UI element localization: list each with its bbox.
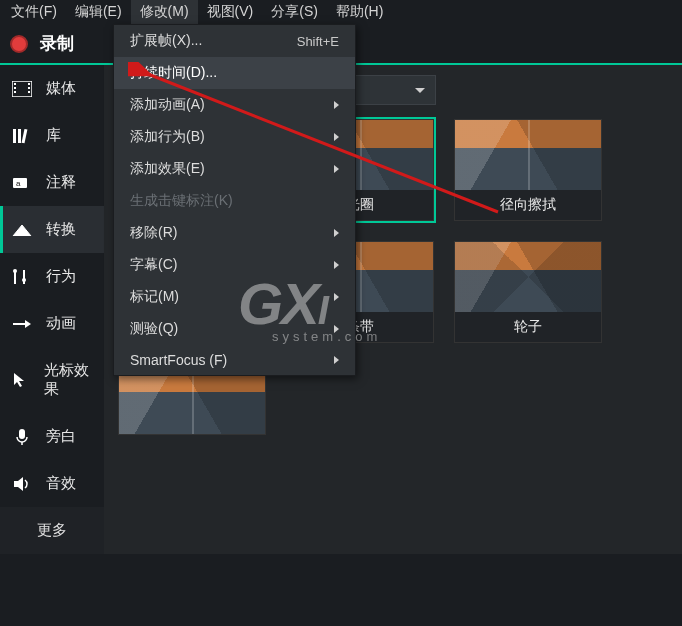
transition-caption: 径向擦拭 [455, 190, 601, 220]
transition-thumbnail [455, 120, 601, 190]
sidebar-item-narration[interactable]: 旁白 [0, 413, 104, 460]
menu-4[interactable]: 分享(S) [262, 0, 327, 24]
svg-rect-3 [14, 91, 16, 93]
sidebar-item-anim[interactable]: 动画 [0, 300, 104, 347]
menu-item-label: 添加效果(E) [130, 160, 205, 178]
media-icon [12, 80, 32, 98]
chevron-down-icon [415, 88, 425, 93]
menu-item-label: 添加行为(B) [130, 128, 205, 146]
record-label: 录制 [40, 32, 74, 55]
trans-icon [12, 221, 32, 239]
menu-item-8[interactable]: 标记(M) [114, 281, 355, 313]
sidebar-item-label: 转换 [46, 220, 76, 239]
svg-rect-9 [22, 128, 28, 142]
sidebar-item-trans[interactable]: 转换 [0, 206, 104, 253]
sidebar-item-behavior[interactable]: 行为 [0, 253, 104, 300]
menu-item-label: 测验(Q) [130, 320, 178, 338]
sidebar-item-label: 光标效果 [44, 361, 92, 399]
menu-item-10[interactable]: SmartFocus (F) [114, 345, 355, 375]
sidebar-item-label: 动画 [46, 314, 76, 333]
sidebar-item-library[interactable]: 库 [0, 112, 104, 159]
menu-item-7[interactable]: 字幕(C) [114, 249, 355, 281]
sidebar-item-label: 旁白 [46, 427, 76, 446]
modify-menu-dropdown: 扩展帧(X)...Shift+E持续时间(D)...添加动画(A)添加行为(B)… [113, 24, 356, 376]
menu-item-1[interactable]: 持续时间(D)... [114, 57, 355, 89]
mic-icon [12, 428, 32, 446]
library-icon [12, 127, 32, 145]
menu-1[interactable]: 编辑(E) [66, 0, 131, 24]
sidebar-item-label: 库 [46, 126, 61, 145]
menu-item-6[interactable]: 移除(R) [114, 217, 355, 249]
behavior-icon [12, 268, 32, 286]
menu-item-label: 移除(R) [130, 224, 177, 242]
menu-0[interactable]: 文件(F) [2, 0, 66, 24]
svg-point-15 [22, 278, 26, 282]
menu-item-3[interactable]: 添加行为(B) [114, 121, 355, 153]
transition-caption: 轮子 [455, 312, 601, 342]
svg-rect-2 [14, 87, 16, 89]
sidebar-item-annot[interactable]: a注释 [0, 159, 104, 206]
menu-item-shortcut: Shift+E [297, 34, 339, 49]
record-button[interactable] [10, 35, 28, 53]
menu-2[interactable]: 修改(M) [131, 0, 198, 24]
menubar: 文件(F)编辑(E)修改(M)视图(V)分享(S)帮助(H) [0, 0, 682, 24]
svg-text:a: a [16, 179, 21, 188]
menu-item-label: 持续时间(D)... [130, 64, 217, 82]
svg-rect-4 [28, 83, 30, 85]
menu-item-label: 字幕(C) [130, 256, 177, 274]
svg-rect-1 [14, 83, 16, 85]
transition-tile[interactable]: 轮子 [454, 241, 602, 343]
sidebar-item-label: 注释 [46, 173, 76, 192]
menu-item-5: 生成击键标注(K) [114, 185, 355, 217]
svg-rect-8 [18, 129, 21, 143]
menu-item-label: 扩展帧(X)... [130, 32, 202, 50]
svg-rect-5 [28, 87, 30, 89]
menu-item-4[interactable]: 添加效果(E) [114, 153, 355, 185]
menu-item-9[interactable]: 测验(Q) [114, 313, 355, 345]
sidebar-item-label: 音效 [46, 474, 76, 493]
menu-item-2[interactable]: 添加动画(A) [114, 89, 355, 121]
menu-item-label: 标记(M) [130, 288, 179, 306]
sidebar: 媒体库a注释转换行为动画光标效果旁白音效更多 [0, 65, 104, 554]
transition-tile[interactable]: 径向擦拭 [454, 119, 602, 221]
svg-rect-6 [28, 91, 30, 93]
svg-rect-7 [13, 129, 16, 143]
menu-item-label: SmartFocus (F) [130, 352, 227, 368]
transition-thumbnail [455, 242, 601, 312]
menu-item-0[interactable]: 扩展帧(X)...Shift+E [114, 25, 355, 57]
anim-icon [12, 315, 32, 333]
sidebar-item-audio[interactable]: 音效 [0, 460, 104, 507]
svg-rect-17 [19, 429, 25, 439]
sidebar-item-media[interactable]: 媒体 [0, 65, 104, 112]
svg-point-13 [13, 269, 17, 273]
menu-5[interactable]: 帮助(H) [327, 0, 392, 24]
speaker-icon [12, 475, 32, 493]
sidebar-item-cursor[interactable]: 光标效果 [0, 347, 104, 413]
menu-item-label: 添加动画(A) [130, 96, 205, 114]
sidebar-item-label: 媒体 [46, 79, 76, 98]
cursor-icon [12, 371, 30, 389]
sidebar-more[interactable]: 更多 [0, 507, 104, 554]
menu-item-label: 生成击键标注(K) [130, 192, 233, 210]
annot-icon: a [12, 174, 32, 192]
sidebar-item-label: 行为 [46, 267, 76, 286]
menu-3[interactable]: 视图(V) [198, 0, 263, 24]
